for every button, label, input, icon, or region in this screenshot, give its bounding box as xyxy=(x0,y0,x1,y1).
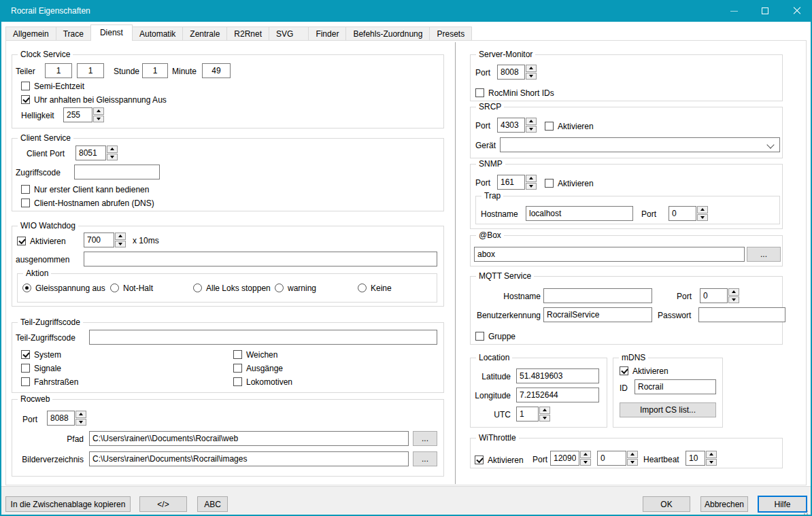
helligkeit-input[interactable] xyxy=(63,107,92,122)
system-checkbox[interactable]: System xyxy=(21,349,61,360)
import-cs-list-button[interactable]: Import CS list... xyxy=(620,402,716,417)
radio-alle-loks-stoppen[interactable]: Alle Loks stoppen xyxy=(193,283,271,293)
spin-down-icon[interactable] xyxy=(526,183,537,190)
passwort-field[interactable] xyxy=(698,307,785,322)
titlebar[interactable]: Rocrail Eigenschaften xyxy=(0,0,812,22)
withrottle-port2-spinner[interactable] xyxy=(597,451,638,466)
snmp-port-input[interactable] xyxy=(497,175,525,190)
mdns-aktivieren-checkbox[interactable]: Aktivieren xyxy=(620,366,669,376)
radio-not-halt[interactable]: Not-Halt xyxy=(110,283,153,293)
tab-zentrale[interactable]: Zentrale xyxy=(182,27,227,41)
abox-browse-button[interactable]: ... xyxy=(747,247,781,262)
spin-down-icon[interactable] xyxy=(627,459,638,466)
spin-down-icon[interactable] xyxy=(697,214,708,222)
tab-automatik[interactable]: Automatik xyxy=(132,27,183,41)
signale-checkbox[interactable]: Signale xyxy=(21,363,61,373)
pfad-browse-button[interactable]: ... xyxy=(413,431,437,446)
spin-up-icon[interactable] xyxy=(107,145,118,153)
spin-down-icon[interactable] xyxy=(706,459,717,466)
radio-keine[interactable]: Keine xyxy=(358,283,392,293)
spin-down-icon[interactable] xyxy=(580,459,591,466)
spin-down-icon[interactable] xyxy=(107,154,118,161)
uhr-anhalten-checkbox[interactable]: Uhr anhalten bei Gleisspannung Aus xyxy=(21,94,167,105)
minimize-button[interactable] xyxy=(718,0,749,22)
withrottle-aktivieren-checkbox[interactable]: Aktivieren xyxy=(475,455,524,465)
spin-up-icon[interactable] xyxy=(706,451,717,458)
mqtt-hostname-field[interactable] xyxy=(543,288,652,303)
abox-field[interactable] xyxy=(474,247,745,262)
trap-port-input[interactable] xyxy=(669,206,696,221)
tab-presets[interactable]: Presets xyxy=(429,27,472,41)
tab-dienst[interactable]: Dienst xyxy=(90,24,133,41)
spin-up-icon[interactable] xyxy=(697,206,708,213)
tab-befehls-zuordnung[interactable]: Befehls-Zuordnung xyxy=(345,27,430,41)
spin-up-icon[interactable] xyxy=(75,411,86,418)
helligkeit-spinner[interactable] xyxy=(63,107,104,122)
ausgenommen-field[interactable] xyxy=(84,252,437,266)
wio-aktivieren-checkbox[interactable]: Aktivieren xyxy=(17,236,66,246)
weichen-checkbox[interactable]: Weichen xyxy=(233,349,277,360)
tab-finder[interactable]: Finder xyxy=(308,27,346,41)
spin-down-icon[interactable] xyxy=(526,73,537,80)
rocweb-port-spinner[interactable] xyxy=(47,411,86,426)
withrottle-port2-input[interactable] xyxy=(597,451,626,466)
teiler2-field[interactable] xyxy=(77,63,104,78)
spin-up-icon[interactable] xyxy=(93,107,104,115)
mqtt-port-spinner[interactable] xyxy=(700,288,739,303)
tab-r2rnet[interactable]: R2Rnet xyxy=(226,27,269,41)
server-monitor-port-spinner[interactable] xyxy=(497,65,537,80)
nur-erster-client-checkbox[interactable]: Nur erster Client kann bedienen xyxy=(21,184,149,194)
semi-echtzeit-checkbox[interactable]: Semi-Echtzeit xyxy=(21,81,84,91)
lokomotiven-checkbox[interactable]: Lokomotiven xyxy=(233,377,292,387)
utc-spinner[interactable] xyxy=(516,407,550,422)
client-hostnamen-dns-checkbox[interactable]: Client-Hostnamen abrufen (DNS) xyxy=(21,198,154,208)
fahrstrassen-checkbox[interactable]: Fahrstraßen xyxy=(21,377,78,387)
spin-down-icon[interactable] xyxy=(526,126,537,133)
client-port-spinner[interactable] xyxy=(75,145,118,160)
client-port-input[interactable] xyxy=(75,145,106,160)
spin-up-icon[interactable] xyxy=(526,65,537,72)
spin-up-icon[interactable] xyxy=(580,451,591,458)
zugriffscode-field[interactable] xyxy=(74,165,160,179)
stunde-field[interactable] xyxy=(142,63,168,78)
cancel-button[interactable]: Abbrechen xyxy=(700,496,748,512)
teiler1-field[interactable] xyxy=(45,63,72,78)
close-button[interactable] xyxy=(781,0,812,22)
tab-svg[interactable]: SVG xyxy=(269,27,309,41)
spin-up-icon[interactable] xyxy=(526,118,537,125)
tab-trace[interactable]: Trace xyxy=(56,27,91,41)
trap-hostname-field[interactable] xyxy=(526,206,633,221)
latitude-field[interactable] xyxy=(516,368,599,383)
longitude-field[interactable] xyxy=(516,388,599,402)
spin-up-icon[interactable] xyxy=(115,233,126,240)
spin-down-icon[interactable] xyxy=(539,415,550,422)
benutzerkennung-field[interactable] xyxy=(543,307,652,322)
srcp-port-spinner[interactable] xyxy=(497,118,537,133)
maximize-button[interactable] xyxy=(749,0,781,22)
spin-down-icon[interactable] xyxy=(115,241,126,248)
bilderverzeichnis-browse-button[interactable]: ... xyxy=(413,451,437,466)
gruppe-checkbox[interactable]: Gruppe xyxy=(475,331,515,341)
bilderverzeichnis-field[interactable] xyxy=(89,451,409,466)
ok-button[interactable]: OK xyxy=(643,496,690,512)
radio-gleisspannung-aus[interactable]: Gleisspannung aus xyxy=(22,283,105,293)
teil-zugriffscode-field[interactable] xyxy=(89,330,437,345)
utc-input[interactable] xyxy=(516,407,539,422)
ausgaenge-checkbox[interactable]: Ausgänge xyxy=(233,363,283,373)
tab-allgemein[interactable]: Allgemein xyxy=(5,27,56,41)
mdns-id-field[interactable] xyxy=(635,379,716,394)
spin-up-icon[interactable] xyxy=(526,175,537,182)
minute-field[interactable] xyxy=(202,63,231,78)
heartbeat-spinner[interactable] xyxy=(686,451,717,466)
abc-button[interactable]: ABC xyxy=(197,496,228,512)
help-button[interactable]: Hilfe xyxy=(758,496,807,513)
withrottle-port-spinner[interactable] xyxy=(550,451,591,466)
spin-up-icon[interactable] xyxy=(539,407,550,414)
wio-timeout-spinner[interactable] xyxy=(84,233,126,247)
rocmini-short-ids-checkbox[interactable]: RocMini Short IDs xyxy=(475,88,554,98)
wio-timeout-input[interactable] xyxy=(84,233,114,247)
copy-to-clipboard-button[interactable]: In die Zwischenablage kopieren xyxy=(5,496,131,512)
mqtt-port-input[interactable] xyxy=(700,288,728,303)
spin-down-icon[interactable] xyxy=(93,116,104,123)
xml-code-button[interactable]: </> xyxy=(139,496,187,512)
